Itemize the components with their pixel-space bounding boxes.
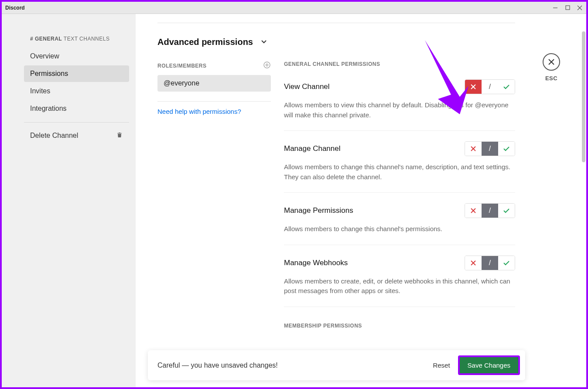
top-divider [157,23,515,23]
section-title-row[interactable]: Advanced permissions [157,37,515,47]
minimize-button[interactable] [552,5,558,11]
perm-deny-button[interactable] [465,142,482,156]
delete-channel-button[interactable]: Delete Channel [24,128,129,143]
sidebar-divider [24,122,129,123]
sidebar-item-overview[interactable]: Overview [24,48,129,65]
sidebar: # GENERAL TEXT CHANNELS Overview Permiss… [2,14,136,387]
perm-title: View Channel [284,82,330,91]
esc-label: ESC [545,75,557,82]
perm-section-header-general: GENERAL CHANNEL PERMISSIONS [284,61,515,67]
perm-title: Manage Permissions [284,206,353,215]
add-role-icon[interactable] [263,61,271,71]
sidebar-item-integrations[interactable]: Integrations [24,100,129,117]
window-title: Discord [5,5,25,11]
perm-section-header-membership: MEMBERSHIP PERMISSIONS [284,323,515,329]
perm-neutral-button[interactable]: / [482,204,498,218]
save-changes-button[interactable]: Save Changes [458,355,520,375]
perm-neutral-button[interactable]: / [482,80,498,94]
perm-neutral-button[interactable]: / [482,142,498,156]
svg-rect-1 [566,6,570,10]
perm-title: Manage Webhooks [284,259,348,267]
trash-icon [116,131,123,140]
perm-toggle-manage-permissions: / [465,203,515,218]
sidebar-item-permissions[interactable]: Permissions [24,65,129,82]
esc-button[interactable]: ESC [543,53,560,82]
roles-divider [157,101,271,102]
perm-desc: Allows members to change this channel's … [284,224,515,234]
perm-view-channel: View Channel / Allows members to view th… [284,79,515,131]
perm-deny-button[interactable] [465,80,482,94]
maximize-button[interactable] [564,5,571,11]
perm-toggle-view-channel: / [465,79,515,94]
scrollbar[interactable] [582,31,585,387]
perm-allow-button[interactable] [498,204,515,218]
titlebar: Discord [2,2,586,14]
perm-toggle-manage-channel: / [465,141,515,156]
unsaved-text: Careful — you have unsaved changes! [157,362,278,369]
perm-toggle-manage-webhooks: / [465,256,515,270]
close-icon [543,53,560,71]
section-title: Advanced permissions [157,37,253,47]
perm-allow-button[interactable] [498,80,515,94]
perm-desc: Allows members to create, edit, or delet… [284,276,515,296]
close-window-button[interactable] [577,5,583,11]
perm-allow-button[interactable] [498,142,515,156]
perm-title: Manage Channel [284,144,340,153]
sidebar-item-invites[interactable]: Invites [24,83,129,99]
unsaved-changes-banner: Careful — you have unsaved changes! Rese… [148,350,525,380]
sidebar-header: # GENERAL TEXT CHANNELS [30,36,129,42]
perm-neutral-button[interactable]: / [482,256,498,270]
role-everyone[interactable]: @everyone [157,75,271,92]
reset-button[interactable]: Reset [433,362,450,369]
perm-allow-button[interactable] [498,256,515,270]
help-link[interactable]: Need help with permissions? [157,108,241,115]
perm-desc: Allows members to change this channel's … [284,162,515,182]
perm-manage-permissions: Manage Permissions / Allows members to c… [284,203,515,245]
main-content: Advanced permissions ROLES/MEMBERS @ever… [136,14,586,387]
perm-manage-channel: Manage Channel / Allows members to chang… [284,141,515,193]
delete-channel-label: Delete Channel [30,132,78,140]
perm-deny-button[interactable] [465,204,482,218]
perm-deny-button[interactable] [465,256,482,270]
scrollbar-thumb[interactable] [582,31,585,162]
roles-header: ROLES/MEMBERS [157,63,207,69]
chevron-down-icon [261,37,267,47]
perm-manage-webhooks: Manage Webhooks / Allows members to crea… [284,256,515,307]
perm-desc: Allows members to view this channel by d… [284,100,515,120]
